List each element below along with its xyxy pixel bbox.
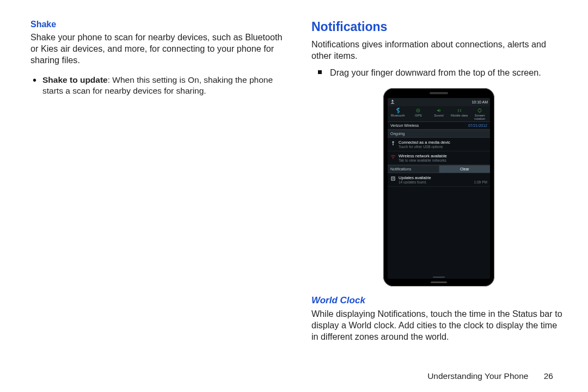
gps-icon: [415, 108, 421, 113]
phone-figure: 10:10 AM Bluetooth GPS Sound Mobile data…: [311, 88, 566, 286]
worldclock-paragraph: While displaying Notifications, touch th…: [311, 308, 566, 342]
footer-section: Understanding Your Phone: [427, 371, 528, 381]
notif-updates-sub: 14 updates found.: [399, 180, 427, 184]
drag-instruction: Drag your finger downward from the top o…: [330, 67, 566, 78]
notif-updates-title: Updates available: [399, 175, 487, 180]
shake-update-bullet: Shake to update: When this setting is On…: [42, 75, 285, 96]
notifications-heading: Notifications: [311, 20, 566, 34]
quick-toggles: Bluetooth GPS Sound Mobile data Screen r…: [388, 106, 490, 122]
toggle-gps: GPS: [408, 106, 429, 121]
toggle-mobiledata: Mobile data: [449, 106, 470, 121]
notif-header-label: Notifications: [388, 165, 439, 173]
updates-icon: [390, 176, 396, 181]
phone-screen: 10:10 AM Bluetooth GPS Sound Mobile data…: [388, 98, 490, 279]
phone-body: 10:10 AM Bluetooth GPS Sound Mobile data…: [383, 88, 494, 286]
clear-button: Clear: [439, 165, 491, 173]
toggle-bluetooth: Bluetooth: [388, 106, 408, 121]
shake-paragraph: Shake your phone to scan for nearby devi…: [30, 32, 285, 66]
carrier-date: 07/21/2012: [468, 124, 487, 127]
notif-usb: Connected as a media devic Touch for oth…: [388, 138, 490, 151]
notif-wifi-sub: Tab to view available networks: [399, 158, 487, 162]
pull-handle: [388, 275, 490, 279]
footer-page: 26: [544, 371, 553, 381]
notif-wifi-title: Wireless network available: [399, 154, 487, 158]
usb-icon: [390, 100, 395, 105]
toggle-rotation: Screen rotation: [469, 106, 490, 121]
svg-point-1: [418, 110, 419, 111]
status-time: 10:10 AM: [471, 100, 488, 104]
notif-usb-sub: Touch for other USB options: [399, 145, 487, 149]
notifications-paragraph: Notifications gives information about co…: [311, 39, 566, 62]
toggle-bluetooth-label: Bluetooth: [391, 114, 405, 117]
notif-wifi: Wireless network available Tab to view a…: [388, 151, 490, 165]
phone-homebar: [431, 281, 447, 283]
usb-icon: [390, 140, 396, 146]
bluetooth-icon: [395, 108, 401, 113]
wifi-icon: [390, 154, 396, 160]
carrier-row: Verizon Wireless 07/21/2012: [388, 122, 490, 130]
shake-update-bold: Shake to update: [42, 75, 108, 84]
notif-header-row: Notifications Clear: [388, 165, 490, 173]
page-footer: Understanding Your Phone 26: [427, 371, 553, 381]
toggle-rotation-label: Screen rotation: [474, 114, 485, 120]
screen-fill: [388, 187, 490, 275]
toggle-mobiledata-label: Mobile data: [451, 114, 468, 117]
status-bar: 10:10 AM: [388, 98, 490, 106]
notif-updates-time: 1:09 PM: [474, 180, 487, 184]
svg-point-2: [393, 158, 394, 159]
sound-icon: [436, 108, 442, 113]
toggle-sound: Sound: [428, 106, 449, 121]
toggle-gps-label: GPS: [415, 114, 422, 117]
notif-updates: Updates available 14 updates found. 1:09…: [388, 173, 490, 187]
ongoing-header: Ongoing: [388, 130, 490, 138]
rotation-icon: [477, 108, 482, 113]
carrier-name: Verizon Wireless: [390, 124, 419, 127]
phone-speaker: [430, 92, 448, 94]
toggle-sound-label: Sound: [434, 114, 443, 117]
worldclock-heading: World Clock: [311, 295, 566, 306]
notif-usb-title: Connected as a media devic: [399, 140, 487, 145]
mobiledata-icon: [457, 108, 462, 113]
shake-heading: Shake: [30, 20, 285, 29]
status-left-icons: [390, 99, 395, 105]
